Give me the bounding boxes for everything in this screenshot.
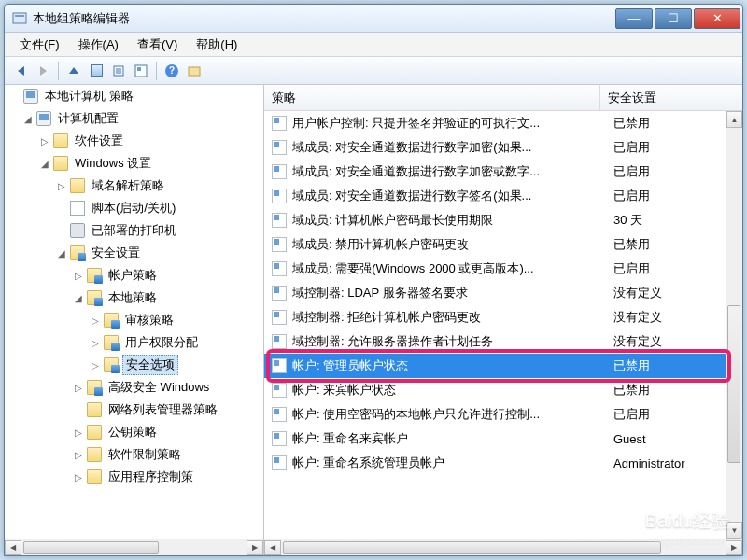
policy-row[interactable]: 域成员: 需要强(Windows 2000 或更高版本)...已启用 xyxy=(264,257,726,281)
menu-file[interactable]: 文件(F) xyxy=(12,34,67,56)
tree-item[interactable]: ▷公钥策略 xyxy=(5,421,263,443)
policy-row[interactable]: 域控制器: 拒绝计算机帐户密码更改没有定义 xyxy=(264,305,726,329)
scroll-down-button[interactable]: ▼ xyxy=(726,522,742,539)
col-setting[interactable]: 安全设置 xyxy=(600,85,742,110)
policy-icon xyxy=(272,140,287,155)
tree-item[interactable]: ◢本地策略 xyxy=(5,287,263,309)
tree-item-selected[interactable]: ▷安全选项 xyxy=(5,354,263,376)
tree-item[interactable]: ◢Windows 设置 xyxy=(5,152,263,175)
policy-icon xyxy=(272,116,287,131)
policy-name: 帐户: 管理员帐户状态 xyxy=(292,357,606,374)
scroll-left-button[interactable]: ◀ xyxy=(5,540,21,555)
policy-row[interactable]: 域控制器: LDAP 服务器签名要求没有定义 xyxy=(264,281,726,305)
policy-row[interactable]: 域成员: 对安全通道数据进行数字加密或数字...已启用 xyxy=(264,160,726,184)
policy-name: 域成员: 计算机帐户密码最长使用期限 xyxy=(292,212,606,229)
policy-value: 已启用 xyxy=(606,139,650,156)
policy-icon xyxy=(272,407,287,422)
policy-row[interactable]: 帐户: 重命名来宾帐户Guest xyxy=(264,427,726,451)
tree-item[interactable]: 已部署的打印机 xyxy=(5,219,263,242)
folder-icon xyxy=(53,156,68,171)
policy-icon xyxy=(272,310,287,325)
titlebar[interactable]: 本地组策略编辑器 — ☐ ✕ xyxy=(5,5,742,33)
menu-action[interactable]: 操作(A) xyxy=(71,34,126,56)
policy-row[interactable]: 域成员: 对安全通道数据进行数字加密(如果...已启用 xyxy=(264,135,726,160)
scroll-left-button[interactable]: ◀ xyxy=(264,540,281,555)
policy-list[interactable]: 用户帐户控制: 只提升签名并验证的可执行文...已禁用域成员: 对安全通道数据进… xyxy=(264,111,726,539)
policy-row[interactable]: 帐户: 管理员帐户状态已禁用 xyxy=(264,354,726,378)
forward-button[interactable] xyxy=(33,61,53,81)
policy-name: 帐户: 使用空密码的本地帐户只允许进行控制... xyxy=(292,406,606,423)
security-folder-icon xyxy=(87,290,102,305)
tree-item[interactable]: ▷高级安全 Windows xyxy=(5,376,263,399)
security-folder-icon xyxy=(87,380,102,395)
policy-row[interactable]: 域成员: 对安全通道数据进行数字签名(如果...已启用 xyxy=(264,184,726,208)
options-button[interactable] xyxy=(184,61,204,81)
tree-hscroll[interactable]: ◀ ▶ xyxy=(5,539,263,555)
minimize-button[interactable]: — xyxy=(615,8,653,29)
svg-rect-4 xyxy=(137,67,141,71)
detail-columns[interactable]: 策略 安全设置 xyxy=(264,85,742,111)
tree-item[interactable]: ▷域名解析策略 xyxy=(5,175,263,197)
policy-name: 帐户: 重命名系统管理员帐户 xyxy=(292,455,606,471)
tree-item[interactable]: ▷应用程序控制策 xyxy=(5,466,263,488)
tree[interactable]: 本地计算机 策略 ◢计算机配置 ▷软件设置 ◢Windows 设置 ▷域名解析策… xyxy=(5,85,263,539)
tree-item[interactable]: ▷审核策略 xyxy=(5,309,263,331)
scroll-right-button[interactable]: ▶ xyxy=(247,540,263,555)
tree-item[interactable]: 网络列表管理器策略 xyxy=(5,399,263,421)
arrow-right-icon xyxy=(40,66,47,76)
tree-item[interactable]: ◢计算机配置 xyxy=(5,107,263,130)
tree-item[interactable]: ▷软件设置 xyxy=(5,130,263,152)
policy-row[interactable]: 域成员: 计算机帐户密码最长使用期限30 天 xyxy=(264,208,726,232)
show-hide-button[interactable] xyxy=(86,61,106,81)
svg-rect-5 xyxy=(189,67,200,76)
app-icon xyxy=(12,11,27,26)
menu-view[interactable]: 查看(V) xyxy=(130,34,185,56)
export-button[interactable] xyxy=(108,61,129,81)
security-folder-icon xyxy=(104,313,119,328)
scroll-right-button[interactable]: ▶ xyxy=(726,540,742,555)
script-icon xyxy=(70,201,85,216)
policy-name: 帐户: 重命名来宾帐户 xyxy=(292,430,606,447)
policy-row[interactable]: 帐户: 来宾帐户状态已禁用 xyxy=(264,378,726,402)
policy-row[interactable]: 帐户: 重命名系统管理员帐户Administrator xyxy=(264,451,726,475)
col-policy[interactable]: 策略 xyxy=(264,85,600,110)
menubar: 文件(F) 操作(A) 查看(V) 帮助(H) xyxy=(5,33,742,57)
policy-row[interactable]: 帐户: 使用空密码的本地帐户只允许进行控制...已启用 xyxy=(264,402,726,427)
detail-panel: 策略 安全设置 用户帐户控制: 只提升签名并验证的可执行文...已禁用域成员: … xyxy=(264,85,742,555)
tree-item[interactable]: ▷帐户策略 xyxy=(5,264,263,287)
folder-icon xyxy=(70,178,85,193)
policy-row[interactable]: 域成员: 禁用计算机帐户密码更改已禁用 xyxy=(264,232,726,257)
policy-row[interactable]: 用户帐户控制: 只提升签名并验证的可执行文...已禁用 xyxy=(264,111,726,135)
tree-item[interactable]: ▷软件限制策略 xyxy=(5,443,263,466)
properties-button[interactable] xyxy=(131,61,151,81)
tree-item[interactable]: 脚本(启动/关机) xyxy=(5,197,263,219)
detail-hscroll[interactable]: ◀ ▶ xyxy=(264,539,742,555)
folder-icon xyxy=(87,447,102,462)
policy-value: 已禁用 xyxy=(606,382,650,399)
policy-row[interactable]: 域控制器: 允许服务器操作者计划任务没有定义 xyxy=(264,329,726,354)
maximize-button[interactable]: ☐ xyxy=(655,8,692,29)
policy-name: 域成员: 需要强(Windows 2000 或更高版本)... xyxy=(292,260,606,277)
help-button[interactable]: ? xyxy=(162,61,182,81)
policy-value: 已启用 xyxy=(606,406,650,423)
policy-name: 用户帐户控制: 只提升签名并验证的可执行文... xyxy=(292,115,606,132)
svg-rect-1 xyxy=(15,15,24,17)
policy-value: 30 天 xyxy=(606,212,642,229)
arrow-up-icon xyxy=(69,67,78,74)
policy-icon xyxy=(272,261,287,276)
policy-value: 已启用 xyxy=(606,188,650,204)
folder-icon xyxy=(87,469,102,484)
detail-vscroll[interactable]: ▲ ▼ xyxy=(726,111,742,539)
policy-icon xyxy=(272,334,287,349)
policy-name: 域控制器: 允许服务器操作者计划任务 xyxy=(292,333,606,350)
close-button[interactable]: ✕ xyxy=(694,8,740,29)
menu-help[interactable]: 帮助(H) xyxy=(189,34,245,56)
policy-name: 域成员: 对安全通道数据进行数字加密或数字... xyxy=(292,163,606,180)
computer-icon xyxy=(36,111,51,126)
tree-root[interactable]: 本地计算机 策略 xyxy=(5,85,263,107)
up-button[interactable] xyxy=(63,61,84,81)
tree-item[interactable]: ◢安全设置 xyxy=(5,242,263,264)
tree-item[interactable]: ▷用户权限分配 xyxy=(5,331,263,354)
scroll-up-button[interactable]: ▲ xyxy=(726,111,742,128)
back-button[interactable] xyxy=(10,61,31,81)
